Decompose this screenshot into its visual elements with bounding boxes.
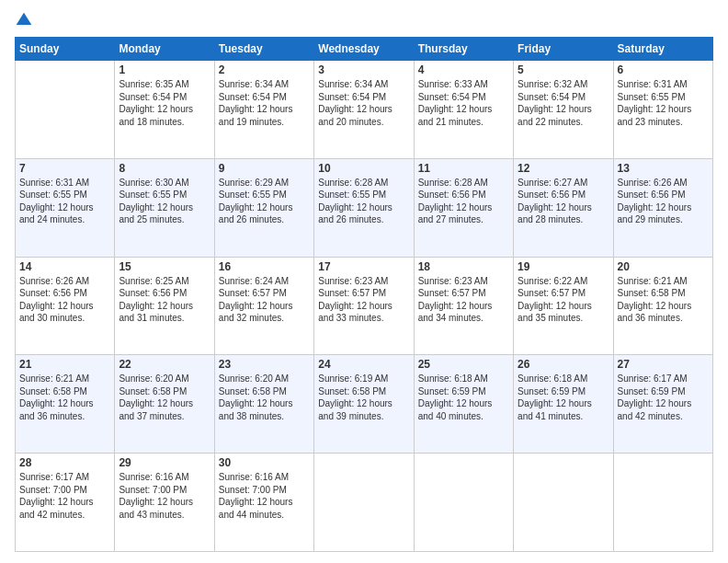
day-number: 24 [318,358,409,371]
day-cell [414,454,513,552]
day-number: 27 [618,358,709,371]
day-info: Sunrise: 6:32 AMSunset: 6:54 PMDaylight:… [518,78,609,128]
day-cell [16,61,115,159]
day-cell: 3Sunrise: 6:34 AMSunset: 6:54 PMDaylight… [314,61,414,159]
day-number: 1 [119,63,210,76]
day-cell: 12Sunrise: 6:27 AMSunset: 6:56 PMDayligh… [514,158,613,257]
day-info: Sunrise: 6:24 AMSunset: 6:57 PMDaylight:… [219,275,310,325]
col-header-sunday: Sunday [16,38,115,61]
day-cell: 14Sunrise: 6:26 AMSunset: 6:56 PMDayligh… [16,257,115,355]
day-cell: 21Sunrise: 6:21 AMSunset: 6:58 PMDayligh… [16,355,115,454]
day-cell: 26Sunrise: 6:18 AMSunset: 6:59 PMDayligh… [514,355,613,454]
day-number: 9 [219,162,310,175]
day-number: 20 [618,260,709,273]
day-cell: 9Sunrise: 6:29 AMSunset: 6:55 PMDaylight… [214,158,313,257]
day-number: 30 [219,456,310,469]
day-info: Sunrise: 6:22 AMSunset: 6:57 PMDaylight:… [518,275,609,325]
day-cell: 4Sunrise: 6:33 AMSunset: 6:54 PMDaylight… [414,61,513,159]
logo [15,11,37,29]
day-info: Sunrise: 6:16 AMSunset: 7:00 PMDaylight:… [119,471,210,521]
day-info: Sunrise: 6:17 AMSunset: 6:59 PMDaylight:… [618,373,709,422]
column-headers: SundayMondayTuesdayWednesdayThursdayFrid… [16,38,713,61]
col-header-wednesday: Wednesday [314,38,414,61]
header [15,11,713,29]
week-row-5: 28Sunrise: 6:17 AMSunset: 7:00 PMDayligh… [16,454,713,552]
day-info: Sunrise: 6:20 AMSunset: 6:58 PMDaylight:… [219,373,310,422]
day-number: 25 [418,358,509,371]
day-info: Sunrise: 6:34 AMSunset: 6:54 PMDaylight:… [219,78,310,128]
day-cell: 11Sunrise: 6:28 AMSunset: 6:56 PMDayligh… [414,158,513,257]
day-info: Sunrise: 6:23 AMSunset: 6:57 PMDaylight:… [418,275,509,325]
day-info: Sunrise: 6:27 AMSunset: 6:56 PMDaylight:… [518,177,609,226]
day-info: Sunrise: 6:31 AMSunset: 6:55 PMDaylight:… [618,78,709,128]
page: SundayMondayTuesdayWednesdayThursdayFrid… [0,0,728,563]
day-info: Sunrise: 6:26 AMSunset: 6:56 PMDaylight:… [19,275,110,325]
day-number: 12 [518,162,609,175]
day-number: 8 [119,162,210,175]
day-cell: 25Sunrise: 6:18 AMSunset: 6:59 PMDayligh… [414,355,513,454]
day-info: Sunrise: 6:28 AMSunset: 6:56 PMDaylight:… [418,177,509,226]
day-info: Sunrise: 6:26 AMSunset: 6:56 PMDaylight:… [618,177,709,226]
day-number: 7 [19,162,110,175]
day-number: 21 [19,358,110,371]
day-cell: 1Sunrise: 6:35 AMSunset: 6:54 PMDaylight… [115,61,214,159]
day-cell: 20Sunrise: 6:21 AMSunset: 6:58 PMDayligh… [613,257,712,355]
day-number: 5 [518,63,609,76]
svg-marker-0 [17,13,32,25]
day-number: 11 [418,162,509,175]
day-cell: 16Sunrise: 6:24 AMSunset: 6:57 PMDayligh… [214,257,313,355]
day-info: Sunrise: 6:23 AMSunset: 6:57 PMDaylight:… [318,275,409,325]
day-cell: 17Sunrise: 6:23 AMSunset: 6:57 PMDayligh… [314,257,414,355]
col-header-saturday: Saturday [613,38,712,61]
day-info: Sunrise: 6:25 AMSunset: 6:56 PMDaylight:… [119,275,210,325]
day-number: 22 [119,358,210,371]
day-cell [514,454,613,552]
week-row-1: 1Sunrise: 6:35 AMSunset: 6:54 PMDaylight… [16,61,713,159]
day-info: Sunrise: 6:29 AMSunset: 6:55 PMDaylight:… [219,177,310,226]
day-info: Sunrise: 6:34 AMSunset: 6:54 PMDaylight:… [318,78,409,128]
day-cell: 19Sunrise: 6:22 AMSunset: 6:57 PMDayligh… [514,257,613,355]
col-header-thursday: Thursday [414,38,513,61]
day-number: 18 [418,260,509,273]
day-cell: 22Sunrise: 6:20 AMSunset: 6:58 PMDayligh… [115,355,214,454]
day-info: Sunrise: 6:21 AMSunset: 6:58 PMDaylight:… [19,373,110,422]
day-cell: 13Sunrise: 6:26 AMSunset: 6:56 PMDayligh… [613,158,712,257]
day-cell: 8Sunrise: 6:30 AMSunset: 6:55 PMDaylight… [115,158,214,257]
day-cell [613,454,712,552]
day-cell: 2Sunrise: 6:34 AMSunset: 6:54 PMDaylight… [214,61,313,159]
col-header-friday: Friday [514,38,613,61]
day-info: Sunrise: 6:17 AMSunset: 7:00 PMDaylight:… [19,471,110,521]
day-number: 4 [418,63,509,76]
week-row-2: 7Sunrise: 6:31 AMSunset: 6:55 PMDaylight… [16,158,713,257]
day-cell [314,454,414,552]
day-number: 17 [318,260,409,273]
day-number: 19 [518,260,609,273]
day-info: Sunrise: 6:20 AMSunset: 6:58 PMDaylight:… [119,373,210,422]
day-number: 3 [318,63,409,76]
col-header-monday: Monday [115,38,214,61]
week-row-4: 21Sunrise: 6:21 AMSunset: 6:58 PMDayligh… [16,355,713,454]
day-number: 28 [19,456,110,469]
day-info: Sunrise: 6:18 AMSunset: 6:59 PMDaylight:… [418,373,509,422]
day-cell: 28Sunrise: 6:17 AMSunset: 7:00 PMDayligh… [16,454,115,552]
day-info: Sunrise: 6:21 AMSunset: 6:58 PMDaylight:… [618,275,709,325]
day-info: Sunrise: 6:35 AMSunset: 6:54 PMDaylight:… [119,78,210,128]
day-number: 13 [618,162,709,175]
day-cell: 5Sunrise: 6:32 AMSunset: 6:54 PMDaylight… [514,61,613,159]
day-cell: 29Sunrise: 6:16 AMSunset: 7:00 PMDayligh… [115,454,214,552]
day-number: 29 [119,456,210,469]
day-cell: 18Sunrise: 6:23 AMSunset: 6:57 PMDayligh… [414,257,513,355]
day-number: 14 [19,260,110,273]
day-info: Sunrise: 6:16 AMSunset: 7:00 PMDaylight:… [219,471,310,521]
day-cell: 27Sunrise: 6:17 AMSunset: 6:59 PMDayligh… [613,355,712,454]
day-cell: 15Sunrise: 6:25 AMSunset: 6:56 PMDayligh… [115,257,214,355]
day-cell: 10Sunrise: 6:28 AMSunset: 6:55 PMDayligh… [314,158,414,257]
logo-icon [15,11,33,29]
day-cell: 6Sunrise: 6:31 AMSunset: 6:55 PMDaylight… [613,61,712,159]
day-info: Sunrise: 6:19 AMSunset: 6:58 PMDaylight:… [318,373,409,422]
day-number: 16 [219,260,310,273]
day-cell: 7Sunrise: 6:31 AMSunset: 6:55 PMDaylight… [16,158,115,257]
calendar-table: SundayMondayTuesdayWednesdayThursdayFrid… [15,37,713,552]
day-info: Sunrise: 6:18 AMSunset: 6:59 PMDaylight:… [518,373,609,422]
day-number: 26 [518,358,609,371]
